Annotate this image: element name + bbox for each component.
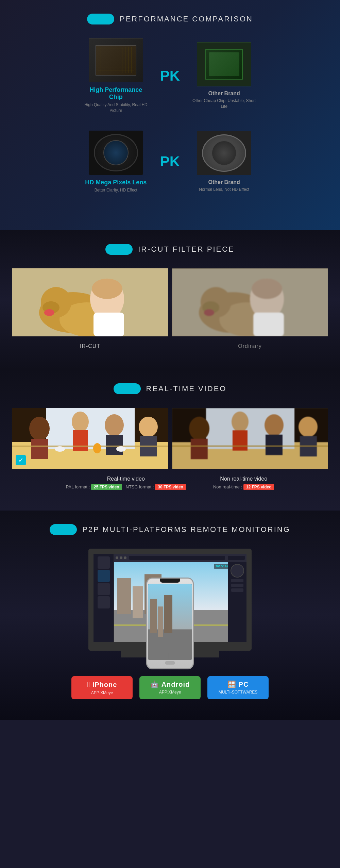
svg-rect-44 (172, 446, 328, 447)
android-btn-content: 🤖 Android (150, 680, 190, 688)
pc-sub-label: MULTI-SOFTWARES (219, 690, 258, 695)
apple-icon:  (87, 680, 90, 689)
svg-rect-47 (117, 578, 131, 614)
ircut-svg (12, 268, 168, 336)
svg-rect-41 (266, 435, 283, 455)
svg-point-5 (44, 309, 54, 316)
lens-black (94, 134, 138, 171)
svg-rect-48 (133, 586, 143, 618)
phone-screen (148, 584, 192, 660)
ordinary-clear-photo (172, 268, 328, 336)
toolbar-dot-3 (124, 556, 126, 559)
pc-btn-content: 🪟 PC (227, 680, 249, 688)
ptz-joystick (231, 564, 244, 578)
video-title: REAL-TIME VIDEO (146, 384, 227, 393)
sidebar-icon-1 (98, 556, 110, 569)
svg-rect-29 (12, 446, 168, 447)
lens-right-image (197, 131, 251, 175)
chip-left-desc: High Quality And Stability, Real HD Pict… (82, 102, 150, 114)
nonrealtime-fps-row: Non real-time : 12 FPS video (213, 484, 274, 490)
p2p-section: P2P MULTI-PLATFORMS REMOTE MONITORING (0, 511, 340, 720)
svg-point-40 (265, 414, 284, 436)
monitor-wrapper: 2016/12/09 12:36:46 (85, 549, 255, 666)
phone-home-button (165, 661, 175, 665)
video-info: Real-time video PAL format : 25 FPS vide… (7, 476, 333, 490)
svg-point-32 (116, 446, 126, 452)
video-header: REAL-TIME VIDEO (7, 383, 333, 394)
pc-app-button[interactable]: 🪟 PC MULTI-SOFTWARES (207, 676, 269, 699)
svg-point-16 (252, 279, 282, 299)
realtime-fps-row1: PAL format : 25 FPS video NTSC format : … (66, 484, 186, 490)
p2p-badge (50, 524, 77, 535)
sidebar-icons (94, 554, 114, 611)
iphone-label: iPhone (92, 681, 117, 689)
toolbar-dot-2 (120, 556, 122, 559)
pc-label: PC (239, 681, 249, 688)
video-badge (114, 383, 141, 394)
toolbar-buttons (228, 556, 245, 560)
pk-lens-label: PK (157, 153, 183, 170)
chip-right-desc: Other Cheap Chip, Unstable, Short Life (190, 98, 258, 110)
svg-rect-17 (253, 313, 284, 336)
phone-body:  (146, 578, 194, 669)
android-sub-label: APP:XMeye (159, 690, 181, 695)
green-chip-board (205, 49, 243, 80)
android-app-button[interactable]: 🤖 Android APP:XMeye (139, 676, 201, 699)
nonreal-label: Non real-time : (213, 484, 242, 489)
svg-point-38 (232, 412, 249, 432)
chip-comparison-row: High Performance Chip High Quality And S… (7, 38, 333, 114)
svg-rect-39 (233, 430, 248, 451)
lens-right-desc: Normal Lens, Not HD Effect (190, 187, 258, 193)
lens-left-image (89, 131, 143, 175)
lens-left-title: HD Mega Pixels Lens (82, 179, 150, 186)
chip-right-title: Other Brand (190, 90, 258, 97)
svg-point-36 (189, 417, 209, 440)
realtime-video-svg (12, 408, 168, 469)
phone-screen-svg (148, 584, 192, 660)
nonrealtime-video-frame (172, 408, 328, 469)
ircut-clear-photo (12, 268, 168, 336)
svg-rect-55 (158, 607, 163, 637)
performance-badge (87, 14, 114, 24)
ircut-badge (105, 244, 133, 255)
checkmark-icon: ✓ (16, 455, 26, 465)
svg-rect-24 (73, 430, 88, 451)
svg-point-31 (93, 443, 101, 453)
ircut-image-comparison (7, 268, 333, 336)
ircut-title: IR-CUT FILTER PIECE (138, 245, 235, 254)
svg-rect-54 (150, 599, 157, 633)
svg-point-7 (92, 279, 122, 299)
ircut-section: IR-CUT FILTER PIECE (0, 230, 340, 370)
svg-rect-56 (164, 595, 172, 633)
camera-control-panel (228, 562, 247, 642)
p2p-header: P2P MULTI-PLATFORMS REMOTE MONITORING (7, 524, 333, 535)
svg-rect-26 (106, 435, 123, 455)
p2p-title: P2P MULTI-PLATFORMS REMOTE MONITORING (82, 525, 290, 534)
lens-gray-element (202, 134, 246, 172)
apple-logo-icon:  (168, 651, 172, 662)
app-buttons-row:  iPhone APP:XMeye 🤖 Android APP:XMeye 🪟… (7, 676, 333, 699)
chip-left-image (89, 38, 143, 82)
ordinary-photo (172, 268, 328, 336)
performance-header: PERFORMANCE COMPARISON (7, 14, 333, 24)
sidebar-icon-2 (98, 570, 110, 582)
phone-notch (160, 579, 180, 583)
iphone-sub-label: APP:XMeye (91, 690, 113, 695)
video-frames: ✓ (7, 408, 333, 469)
ctrl-bar-2 (231, 584, 243, 587)
sidebar-icon-3 (98, 583, 110, 595)
nonrealtime-video-svg (172, 408, 328, 469)
iphone-app-button[interactable]:  iPhone APP:XMeye (71, 676, 133, 699)
svg-rect-22 (31, 439, 48, 459)
performance-title: PERFORMANCE COMPARISON (120, 15, 253, 23)
android-icon: 🤖 (150, 680, 159, 688)
ircut-label-right: Ordinary (172, 343, 328, 349)
svg-point-25 (105, 414, 124, 436)
ntsc-tag: 30 FPS video (155, 484, 186, 490)
realtime-info-title: Real-time video (66, 476, 186, 482)
ircut-labels: IR-CUT Ordinary (7, 343, 333, 349)
nonrealtime-info: Non real-time video Non real-time : 12 F… (213, 476, 274, 490)
ctrl-bar-3 (231, 588, 243, 592)
android-label: Android (162, 681, 190, 688)
svg-rect-37 (191, 439, 208, 459)
